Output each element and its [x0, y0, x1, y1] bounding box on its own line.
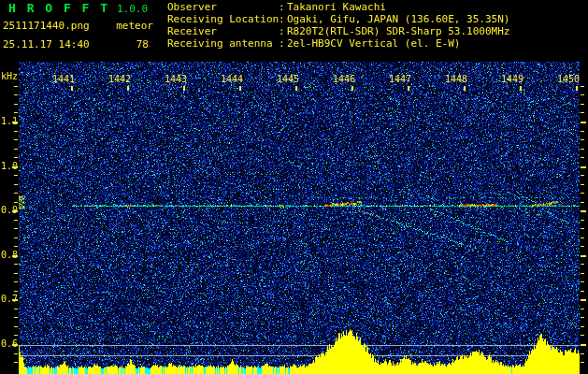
y-axis-tick — [14, 184, 18, 185]
datetime: 25.11.17 14:40 — [3, 38, 90, 50]
y-axis-tick — [14, 309, 18, 309]
x-axis-tick — [71, 86, 73, 91]
y-axis-tick-right — [581, 94, 584, 95]
info-row-location: Receiving Location:Ogaki, Gifu, JAPAN (1… — [167, 13, 509, 25]
echo-count: 78 — [136, 38, 149, 50]
y-axis-tick — [14, 112, 18, 113]
info-separator: : — [279, 1, 287, 13]
x-axis-tick — [520, 86, 522, 91]
y-axis-tick-right — [581, 309, 584, 309]
info-row-observer: Observer:Takanori Kawachi — [167, 1, 509, 13]
info-separator: : — [279, 37, 287, 50]
info-label: Receiver — [167, 25, 279, 37]
y-axis-tick-right — [581, 175, 584, 176]
y-axis-tick — [14, 220, 18, 221]
info-label: Observer — [167, 1, 279, 13]
y-axis-tick-right — [581, 299, 586, 301]
y-axis-tick — [14, 202, 18, 203]
app-title: H R O F F T — [8, 1, 109, 15]
y-axis-tick-right — [581, 353, 584, 354]
y-axis-tick-right — [581, 335, 584, 336]
info-row-receiver: Receiver:R820T2(RTL-SDR) SDR-Sharp 53.10… — [167, 25, 509, 37]
x-axis-label: 1443 — [163, 74, 189, 84]
y-axis-unit: kHz — [1, 71, 18, 81]
y-axis-tick-right — [581, 220, 584, 221]
y-axis-tick — [12, 210, 18, 212]
y-axis-tick — [14, 86, 18, 87]
y-axis-tick — [12, 122, 18, 123]
y-axis-tick-right — [581, 139, 584, 140]
y-axis-tick — [14, 157, 18, 158]
x-axis-tick — [183, 86, 185, 91]
y-axis-tick-right — [581, 344, 586, 346]
x-axis-label: 1450 — [555, 74, 581, 84]
y-axis-tick — [14, 104, 18, 105]
x-axis-label: 1449 — [499, 74, 525, 84]
y-axis-tick — [14, 139, 18, 140]
x-axis-label: 1445 — [275, 74, 301, 84]
y-axis-tick — [14, 175, 18, 176]
y-axis-tick — [14, 131, 18, 132]
filename: 2511171440.png — [3, 20, 90, 32]
x-axis-label: 1441 — [50, 74, 77, 84]
y-axis-tick-right — [581, 104, 584, 105]
y-axis-tick — [14, 264, 18, 265]
x-axis-label: 1444 — [219, 74, 245, 84]
info-separator: : — [279, 25, 287, 37]
y-axis-tick-right — [581, 149, 584, 150]
y-axis-tick-right — [581, 122, 586, 123]
x-axis-label: 1447 — [387, 74, 413, 84]
y-axis-tick — [14, 149, 18, 150]
y-axis-tick-right — [581, 131, 584, 132]
y-axis-tick — [14, 228, 18, 229]
info-separator: : — [279, 13, 287, 25]
y-axis-tick-right — [581, 237, 584, 238]
x-axis-label: 1442 — [107, 74, 133, 84]
y-axis-tick-right — [581, 264, 584, 265]
y-axis-tick-right — [581, 202, 584, 203]
y-axis-tick — [14, 281, 18, 282]
y-axis-tick — [14, 291, 18, 292]
time-row: 25.11.17 14:40 78 — [3, 38, 149, 50]
info-value: R820T2(RTL-SDR) SDR-Sharp 53.1000MHz — [287, 25, 509, 37]
x-axis-tick — [127, 86, 129, 91]
y-axis-tick-right — [581, 273, 584, 274]
x-axis-tick — [408, 86, 409, 91]
y-axis-tick — [12, 299, 18, 301]
y-axis-tick-right — [581, 291, 584, 292]
x-axis-label: 1448 — [443, 74, 469, 84]
y-axis-tick — [14, 273, 18, 274]
y-axis-tick-right — [581, 86, 584, 87]
y-axis-tick — [14, 326, 18, 327]
y-axis-tick-right — [581, 193, 584, 194]
y-axis-tick-right — [581, 210, 586, 212]
x-axis-label: 1446 — [331, 74, 357, 84]
y-axis-tick — [14, 193, 18, 194]
y-axis-tick-right — [581, 184, 584, 185]
y-axis-tick — [12, 166, 18, 168]
info-label: Receiving Location — [167, 13, 279, 25]
y-axis-tick-right — [581, 281, 584, 282]
app-version: 1.0.0 — [117, 3, 148, 15]
hrofft-window: H R O F F T 1.0.0 2511171440.png meteor … — [0, 0, 588, 374]
y-axis-tick-right — [581, 228, 584, 229]
y-axis-tick-right — [581, 246, 584, 247]
y-axis-tick-right — [581, 255, 586, 257]
x-axis-tick — [576, 86, 578, 91]
x-axis-tick — [464, 86, 466, 91]
y-axis-tick — [14, 353, 18, 354]
x-axis-tick — [239, 86, 241, 91]
x-axis-tick — [295, 86, 297, 91]
y-axis-tick — [14, 94, 18, 95]
station-info: Observer:Takanori Kawachi Receiving Loca… — [167, 1, 509, 50]
info-value: Ogaki, Gifu, JAPAN (136.60E, 35.35N) — [287, 13, 509, 25]
y-axis-tick-right — [581, 362, 584, 363]
y-axis-tick — [12, 344, 18, 346]
y-axis-tick — [14, 317, 18, 318]
y-axis-tick — [14, 335, 18, 336]
y-axis-tick — [14, 362, 18, 363]
y-axis-tick-right — [581, 326, 584, 327]
y-axis-tick-right — [581, 166, 586, 168]
info-label: Receiving antenna — [167, 37, 279, 50]
file-row: 2511171440.png meteor — [3, 20, 153, 32]
